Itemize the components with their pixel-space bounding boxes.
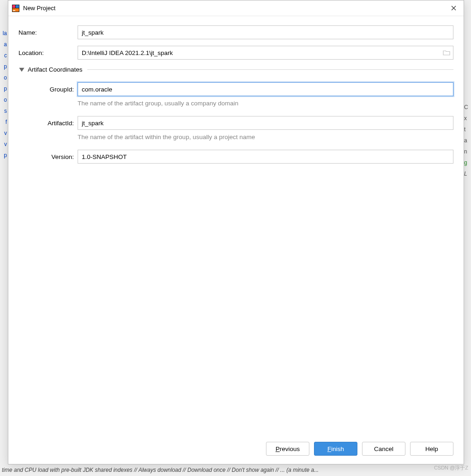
close-button[interactable] (447, 2, 460, 15)
dialog-title: New Project (23, 5, 447, 12)
svg-rect-4 (13, 10, 15, 11)
groupid-help-text: The name of the artifact group, usually … (78, 100, 453, 107)
version-input[interactable] (78, 150, 453, 164)
watermark-text: CSDN @浮于Z (434, 464, 468, 471)
groupid-label: GroupId: (32, 86, 78, 93)
artifactid-input[interactable] (78, 116, 453, 130)
location-label: Location: (18, 49, 78, 56)
disclosure-triangle-icon[interactable] (18, 67, 25, 73)
section-divider (87, 69, 453, 70)
help-button[interactable]: Help (410, 442, 453, 456)
button-bar: PPreviousrevious FinishFinish Cancel Hel… (8, 435, 464, 464)
titlebar: New Project (8, 0, 464, 16)
groupid-input[interactable] (78, 82, 453, 96)
svg-rect-2 (16, 5, 19, 8)
location-input[interactable] (78, 46, 440, 59)
background-right-strip: CxtangL (464, 0, 471, 476)
artifact-coordinates-header: Artifact Coordinates (28, 66, 87, 73)
previous-button[interactable]: PPreviousrevious (266, 442, 309, 456)
finish-button[interactable]: FinishFinish (314, 442, 357, 456)
artifactid-label: ArtifactId: (32, 120, 78, 127)
dialog-content: Name: Location: (8, 16, 464, 435)
svg-rect-1 (12, 5, 15, 8)
name-label: Name: (18, 29, 78, 36)
browse-folder-button[interactable] (440, 50, 453, 56)
svg-rect-3 (12, 8, 19, 12)
background-status-text: time and CPU load with pre-built JDK sha… (0, 467, 471, 476)
intellij-icon (12, 5, 19, 12)
cancel-button[interactable]: Cancel (362, 442, 405, 456)
background-left-strip: laacpoposfvvp (0, 0, 7, 476)
folder-icon (443, 50, 450, 56)
new-project-dialog: New Project Name: Location: (8, 0, 464, 464)
version-label: Version: (32, 153, 78, 160)
artifactid-help-text: The name of the artifact within the grou… (78, 134, 453, 140)
name-input[interactable] (78, 25, 453, 39)
